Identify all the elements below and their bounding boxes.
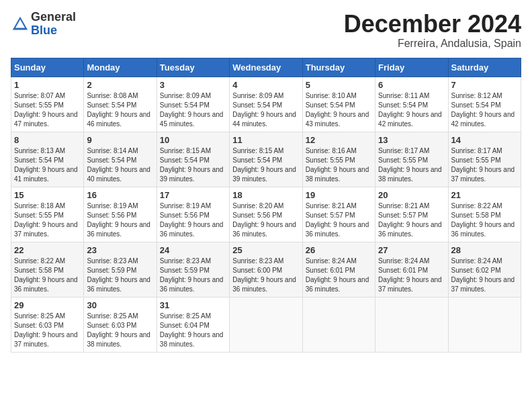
calendar-cell: 4Sunrise: 8:09 AMSunset: 5:54 PMDaylight… xyxy=(230,77,302,132)
month-title: December 2024 xyxy=(344,11,521,38)
day-number: 26 xyxy=(306,245,372,255)
calendar-cell: 11Sunrise: 8:15 AMSunset: 5:54 PMDayligh… xyxy=(230,132,302,187)
day-details: Sunrise: 8:19 AMSunset: 5:56 PMDaylight:… xyxy=(87,201,153,239)
calendar-cell: 27Sunrise: 8:24 AMSunset: 6:01 PMDayligh… xyxy=(375,242,448,297)
day-details: Sunrise: 8:20 AMSunset: 5:56 PMDaylight:… xyxy=(232,201,299,239)
day-number: 29 xyxy=(14,300,81,310)
day-number: 16 xyxy=(87,190,153,200)
calendar-cell: 26Sunrise: 8:24 AMSunset: 6:01 PMDayligh… xyxy=(302,242,375,297)
calendar-cell xyxy=(448,297,521,352)
day-details: Sunrise: 8:22 AMSunset: 5:58 PMDaylight:… xyxy=(451,201,518,239)
day-number: 12 xyxy=(306,135,372,145)
day-details: Sunrise: 8:23 AMSunset: 6:00 PMDaylight:… xyxy=(232,257,299,294)
day-details: Sunrise: 8:18 AMSunset: 5:55 PMDaylight:… xyxy=(14,201,81,239)
day-number: 22 xyxy=(14,245,81,255)
day-number: 10 xyxy=(160,135,226,145)
day-number: 8 xyxy=(14,135,81,145)
calendar-cell: 22Sunrise: 8:22 AMSunset: 5:58 PMDayligh… xyxy=(11,242,84,297)
calendar-cell: 12Sunrise: 8:16 AMSunset: 5:55 PMDayligh… xyxy=(302,132,375,187)
day-number: 9 xyxy=(87,135,153,145)
calendar-cell: 20Sunrise: 8:21 AMSunset: 5:57 PMDayligh… xyxy=(375,187,448,242)
calendar-cell: 7Sunrise: 8:12 AMSunset: 5:54 PMDaylight… xyxy=(448,77,521,132)
day-details: Sunrise: 8:24 AMSunset: 6:02 PMDaylight:… xyxy=(451,257,518,294)
calendar-week-row: 1Sunrise: 8:07 AMSunset: 5:55 PMDaylight… xyxy=(11,77,521,132)
day-details: Sunrise: 8:25 AMSunset: 6:03 PMDaylight:… xyxy=(87,312,153,349)
day-details: Sunrise: 8:24 AMSunset: 6:01 PMDaylight:… xyxy=(306,257,372,294)
day-details: Sunrise: 8:10 AMSunset: 5:54 PMDaylight:… xyxy=(306,91,372,129)
calendar-cell: 9Sunrise: 8:14 AMSunset: 5:54 PMDaylight… xyxy=(84,132,157,187)
calendar-cell: 21Sunrise: 8:22 AMSunset: 5:58 PMDayligh… xyxy=(448,187,521,242)
calendar-cell: 31Sunrise: 8:25 AMSunset: 6:04 PMDayligh… xyxy=(157,297,229,352)
day-details: Sunrise: 8:13 AMSunset: 5:54 PMDaylight:… xyxy=(14,146,81,184)
calendar-cell: 17Sunrise: 8:19 AMSunset: 5:56 PMDayligh… xyxy=(157,187,229,242)
calendar-week-row: 29Sunrise: 8:25 AMSunset: 6:03 PMDayligh… xyxy=(11,297,521,352)
header: General Blue December 2024 Ferreira, And… xyxy=(11,11,521,50)
day-details: Sunrise: 8:22 AMSunset: 5:58 PMDaylight:… xyxy=(14,257,81,294)
day-details: Sunrise: 8:08 AMSunset: 5:54 PMDaylight:… xyxy=(87,91,153,129)
calendar-cell xyxy=(302,297,375,352)
day-number: 2 xyxy=(87,80,153,90)
day-number: 14 xyxy=(451,135,518,145)
day-number: 21 xyxy=(451,190,518,200)
day-number: 5 xyxy=(306,80,372,90)
calendar-cell: 14Sunrise: 8:17 AMSunset: 5:55 PMDayligh… xyxy=(448,132,521,187)
day-details: Sunrise: 8:17 AMSunset: 5:55 PMDaylight:… xyxy=(451,146,518,184)
day-number: 28 xyxy=(451,245,518,255)
day-details: Sunrise: 8:17 AMSunset: 5:55 PMDaylight:… xyxy=(378,146,445,184)
calendar-cell: 10Sunrise: 8:15 AMSunset: 5:54 PMDayligh… xyxy=(157,132,229,187)
day-details: Sunrise: 8:07 AMSunset: 5:55 PMDaylight:… xyxy=(14,91,81,129)
header-monday: Monday xyxy=(84,58,157,77)
day-details: Sunrise: 8:15 AMSunset: 5:54 PMDaylight:… xyxy=(232,146,299,184)
day-number: 31 xyxy=(160,300,226,310)
day-details: Sunrise: 8:23 AMSunset: 5:59 PMDaylight:… xyxy=(87,257,153,294)
day-details: Sunrise: 8:25 AMSunset: 6:04 PMDaylight:… xyxy=(160,312,226,349)
calendar-header-row: SundayMondayTuesdayWednesdayThursdayFrid… xyxy=(11,58,521,77)
day-details: Sunrise: 8:24 AMSunset: 6:01 PMDaylight:… xyxy=(378,257,445,294)
day-details: Sunrise: 8:21 AMSunset: 5:57 PMDaylight:… xyxy=(306,201,372,239)
calendar-week-row: 15Sunrise: 8:18 AMSunset: 5:55 PMDayligh… xyxy=(11,187,521,242)
day-details: Sunrise: 8:23 AMSunset: 5:59 PMDaylight:… xyxy=(160,257,226,294)
day-details: Sunrise: 8:15 AMSunset: 5:54 PMDaylight:… xyxy=(160,146,226,184)
calendar-cell: 18Sunrise: 8:20 AMSunset: 5:56 PMDayligh… xyxy=(230,187,302,242)
day-number: 15 xyxy=(14,190,81,200)
header-saturday: Saturday xyxy=(448,58,521,77)
day-details: Sunrise: 8:12 AMSunset: 5:54 PMDaylight:… xyxy=(451,91,518,129)
day-number: 17 xyxy=(160,190,226,200)
day-details: Sunrise: 8:14 AMSunset: 5:54 PMDaylight:… xyxy=(87,146,153,184)
day-number: 1 xyxy=(14,80,81,90)
day-number: 19 xyxy=(306,190,372,200)
calendar-table: SundayMondayTuesdayWednesdayThursdayFrid… xyxy=(11,58,521,353)
day-number: 7 xyxy=(451,80,518,90)
calendar-cell: 2Sunrise: 8:08 AMSunset: 5:54 PMDaylight… xyxy=(84,77,157,132)
day-number: 18 xyxy=(232,190,299,200)
header-tuesday: Tuesday xyxy=(157,58,229,77)
calendar-cell: 3Sunrise: 8:09 AMSunset: 5:54 PMDaylight… xyxy=(157,77,229,132)
day-number: 6 xyxy=(378,80,445,90)
day-number: 23 xyxy=(87,245,153,255)
day-details: Sunrise: 8:09 AMSunset: 5:54 PMDaylight:… xyxy=(232,91,299,129)
calendar-cell: 25Sunrise: 8:23 AMSunset: 6:00 PMDayligh… xyxy=(230,242,302,297)
calendar-cell: 30Sunrise: 8:25 AMSunset: 6:03 PMDayligh… xyxy=(84,297,157,352)
day-details: Sunrise: 8:11 AMSunset: 5:54 PMDaylight:… xyxy=(378,91,445,129)
calendar-cell: 5Sunrise: 8:10 AMSunset: 5:54 PMDaylight… xyxy=(302,77,375,132)
calendar-week-row: 8Sunrise: 8:13 AMSunset: 5:54 PMDaylight… xyxy=(11,132,521,187)
logo: General Blue xyxy=(11,11,76,38)
calendar-week-row: 22Sunrise: 8:22 AMSunset: 5:58 PMDayligh… xyxy=(11,242,521,297)
calendar-cell: 29Sunrise: 8:25 AMSunset: 6:03 PMDayligh… xyxy=(11,297,84,352)
calendar-cell: 28Sunrise: 8:24 AMSunset: 6:02 PMDayligh… xyxy=(448,242,521,297)
day-number: 3 xyxy=(160,80,226,90)
logo-blue: Blue xyxy=(31,24,76,38)
header-thursday: Thursday xyxy=(302,58,375,77)
day-number: 24 xyxy=(160,245,226,255)
day-details: Sunrise: 8:09 AMSunset: 5:54 PMDaylight:… xyxy=(160,91,226,129)
location-title: Ferreira, Andalusia, Spain xyxy=(344,38,521,50)
day-details: Sunrise: 8:19 AMSunset: 5:56 PMDaylight:… xyxy=(160,201,226,239)
calendar-cell: 15Sunrise: 8:18 AMSunset: 5:55 PMDayligh… xyxy=(11,187,84,242)
calendar-cell: 6Sunrise: 8:11 AMSunset: 5:54 PMDaylight… xyxy=(375,77,448,132)
day-number: 4 xyxy=(232,80,299,90)
day-number: 30 xyxy=(87,300,153,310)
day-details: Sunrise: 8:21 AMSunset: 5:57 PMDaylight:… xyxy=(378,201,445,239)
day-details: Sunrise: 8:16 AMSunset: 5:55 PMDaylight:… xyxy=(306,146,372,184)
calendar-cell xyxy=(375,297,448,352)
calendar-cell: 16Sunrise: 8:19 AMSunset: 5:56 PMDayligh… xyxy=(84,187,157,242)
